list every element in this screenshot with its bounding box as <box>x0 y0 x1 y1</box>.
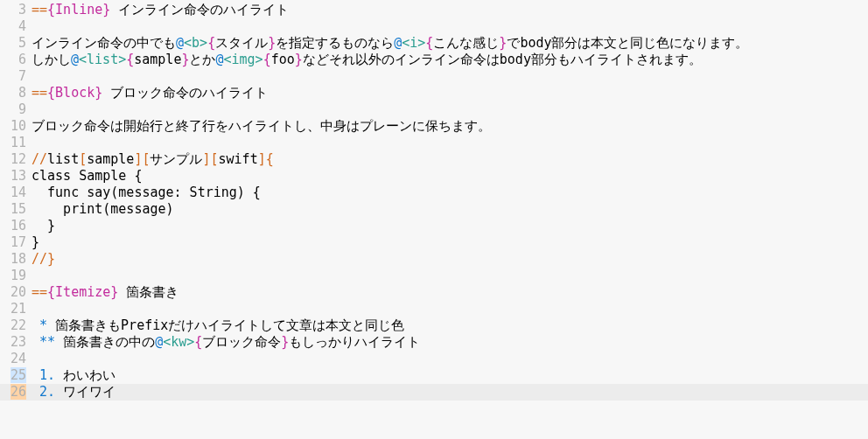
code-line[interactable]: 13class Sample { <box>0 168 868 185</box>
token-mag: {Inline} <box>47 2 110 17</box>
token-mag: } <box>268 35 276 51</box>
token-plain: 箇条書き <box>118 284 178 300</box>
token-plain: などそれ以外のインライン命令はbody部分もハイライトされます。 <box>303 52 702 67</box>
token-bl: * <box>39 317 47 333</box>
code-content[interactable]: =={Itemize} 箇条書き <box>30 284 868 301</box>
code-content[interactable] <box>30 351 868 367</box>
code-content[interactable]: class Sample { <box>30 168 868 185</box>
token-plain: わいわい <box>55 367 116 383</box>
code-content[interactable] <box>30 268 868 284</box>
code-line[interactable]: 22 * 箇条書きもPrefixだけハイライトして文章は本文と同じ色 <box>0 317 868 334</box>
code-line[interactable]: 23 ** 箇条書きの中の@<kw>{ブロック命令}もしっかりハイライト <box>0 334 868 351</box>
code-content[interactable]: } <box>30 218 868 234</box>
code-line[interactable]: 18//} <box>0 251 868 268</box>
code-line[interactable]: 19 <box>0 268 868 284</box>
code-content[interactable] <box>30 135 868 151</box>
token-plain <box>32 384 39 400</box>
code-line[interactable]: 21 <box>0 301 868 317</box>
code-line[interactable]: 9 <box>0 101 868 118</box>
code-content[interactable]: print(message) <box>30 201 868 218</box>
code-line[interactable]: 10ブロック命令は開始行と終了行をハイライトし、中身はプレーンに保ちます。 <box>0 118 868 135</box>
code-content[interactable]: } <box>30 234 868 251</box>
token-tag: <kw> <box>163 334 194 350</box>
line-number: 7 <box>0 68 30 85</box>
code-content[interactable]: * 箇条書きもPrefixだけハイライトして文章は本文と同じ色 <box>30 317 868 334</box>
line-number: 18 <box>0 251 30 268</box>
code-line[interactable]: 24 <box>0 351 868 367</box>
code-content[interactable]: ** 箇条書きの中の@<kw>{ブロック命令}もしっかりハイライト <box>30 334 868 351</box>
code-line[interactable]: 20=={Itemize} 箇条書き <box>0 284 868 301</box>
token-mag: } <box>281 334 289 350</box>
token-plain: インライン命令のハイライト <box>110 2 289 17</box>
line-number: 13 <box>0 168 30 185</box>
token-plain: 箇条書きの中の <box>55 334 155 350</box>
code-line[interactable]: 15 print(message) <box>0 201 868 218</box>
code-content[interactable]: //} <box>30 251 868 268</box>
token-bl: @ <box>215 52 223 67</box>
line-number: 17 <box>0 234 30 251</box>
token-tag: <b> <box>184 35 207 51</box>
code-line[interactable]: 5インライン命令の中でも@<b>{スタイル}を指定するものなら@<i>{こんな感… <box>0 35 868 52</box>
token-or: == <box>32 284 47 300</box>
token-plain: swift <box>219 151 258 167</box>
code-line[interactable]: 11 <box>0 135 868 151</box>
code-line[interactable]: 25 1. わいわい <box>0 367 868 384</box>
token-plain: list <box>47 151 79 167</box>
line-number: 10 <box>0 118 30 135</box>
token-plain: class Sample { <box>32 168 142 184</box>
token-mag: { <box>425 35 433 51</box>
token-plain <box>32 317 39 333</box>
code-content[interactable]: しかし@<list>{sample}とか@<img>{foo}などそれ以外のイン… <box>30 52 868 68</box>
code-line[interactable]: 16 } <box>0 218 868 234</box>
code-line[interactable]: 17} <box>0 234 868 251</box>
token-plain: でbody部分は本文と同じ色になります。 <box>507 35 748 51</box>
code-content[interactable]: //list[sample][サンプル][swift]{ <box>30 151 868 168</box>
line-number: 20 <box>0 284 30 301</box>
line-number: 12 <box>0 151 30 168</box>
code-editor[interactable]: 3=={Inline} インライン命令のハイライト4 5インライン命令の中でも@… <box>0 0 868 401</box>
token-plain: ブロック命令は開始行と終了行をハイライトし、中身はプレーンに保ちます。 <box>32 118 491 134</box>
line-number: 23 <box>0 334 30 351</box>
token-mag: { <box>263 52 271 67</box>
line-number: 11 <box>0 135 30 151</box>
code-content[interactable]: =={Block} ブロック命令のハイライト <box>30 85 868 101</box>
code-line[interactable]: 7 <box>0 68 868 85</box>
code-content[interactable]: ブロック命令は開始行と終了行をハイライトし、中身はプレーンに保ちます。 <box>30 118 868 135</box>
token-or: // <box>32 151 47 167</box>
token-plain: とか <box>189 52 215 67</box>
token-or: [ <box>79 151 87 167</box>
code-content[interactable]: インライン命令の中でも@<b>{スタイル}を指定するものなら@<i>{こんな感じ… <box>30 35 868 52</box>
token-bl: 1. <box>39 367 55 383</box>
token-mag: { <box>126 52 134 67</box>
code-content[interactable] <box>30 18 868 35</box>
code-content[interactable]: =={Inline} インライン命令のハイライト <box>30 2 868 18</box>
token-plain: foo <box>271 52 295 67</box>
token-tag: <i> <box>402 35 425 51</box>
code-content[interactable]: 2. ワイワイ <box>30 384 868 401</box>
line-number: 25 <box>0 367 30 384</box>
token-plain <box>32 367 39 383</box>
code-line[interactable]: 6しかし@<list>{sample}とか@<img>{foo}などそれ以外のイ… <box>0 52 868 68</box>
token-bl: @ <box>176 35 184 51</box>
token-plain: sample <box>134 52 181 67</box>
token-plain: } <box>32 234 39 250</box>
code-line[interactable]: 4 <box>0 18 868 35</box>
code-line[interactable]: 8=={Block} ブロック命令のハイライト <box>0 85 868 101</box>
token-mag: } <box>295 52 303 67</box>
code-content[interactable]: func say(message: String) { <box>30 185 868 201</box>
code-line[interactable]: 3=={Inline} インライン命令のハイライト <box>0 2 868 18</box>
code-content[interactable] <box>30 68 868 85</box>
token-plain: ブロック命令 <box>202 334 281 350</box>
line-number: 5 <box>0 35 30 52</box>
code-line[interactable]: 14 func say(message: String) { <box>0 185 868 201</box>
token-plain: ブロック命令のハイライト <box>102 85 268 101</box>
code-content[interactable] <box>30 101 868 118</box>
code-line[interactable]: 12//list[sample][サンプル][swift]{ <box>0 151 868 168</box>
code-content[interactable]: 1. わいわい <box>30 367 868 384</box>
code-content[interactable] <box>30 301 868 317</box>
line-number: 3 <box>0 2 30 18</box>
token-tag: <img> <box>224 52 263 67</box>
token-plain: 箇条書きもPrefixだけハイライトして文章は本文と同じ色 <box>47 317 404 333</box>
code-line[interactable]: 26 2. ワイワイ <box>0 384 868 401</box>
token-mag: {Block} <box>47 85 102 101</box>
